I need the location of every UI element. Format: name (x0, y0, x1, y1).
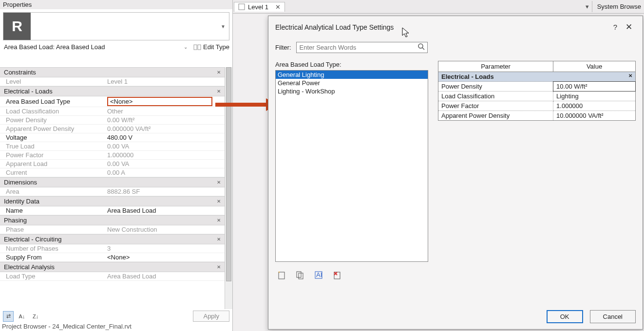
row-supply-from[interactable]: Supply From<None> (0, 253, 225, 262)
row-apparent-load: Apparent Load0.00 VA (0, 160, 225, 168)
duplicate-load-type-icon[interactable] (296, 271, 304, 281)
param-row-power-density[interactable]: Power Density10.00 W/ft² (438, 82, 636, 92)
sort-filter-icon[interactable]: ⇄ (3, 311, 14, 322)
category-identity[interactable]: Identity Data✕ (0, 196, 225, 206)
chevron-down-icon: ⌄ (181, 44, 190, 50)
svg-rect-2 (239, 4, 245, 10)
tabbar-dropdown-icon[interactable]: ▾ (583, 3, 592, 10)
row-area-based-load-type[interactable]: Area Based Load Type<None> (0, 96, 225, 107)
category-electrical-loads[interactable]: Electrical - Loads✕ (0, 86, 225, 96)
row-power-density: Power Density0.00 W/ft² (0, 116, 225, 125)
col-parameter: Parameter (438, 61, 553, 72)
edit-type-icon (193, 43, 201, 51)
list-item-general-power[interactable]: General Power (276, 79, 428, 87)
mouse-cursor-icon (402, 27, 411, 38)
svg-rect-0 (194, 45, 197, 50)
filter-label: Filter: (275, 44, 291, 51)
param-row-power-factor[interactable]: Power Factor1.000000 (438, 101, 636, 111)
category-electrical-loads[interactable]: Electrical - Loads✕ (438, 72, 636, 82)
sort-asc-icon[interactable]: A↓ (17, 311, 27, 322)
load-type-settings-dialog: Electrical Analytical Load Type Settings… (268, 16, 643, 330)
load-type-list-label: Area Based Load Type: (275, 61, 428, 70)
properties-panel: Properties R ▼ Area Based Load: Area Bas… (0, 0, 233, 331)
delete-load-type-icon[interactable] (333, 271, 341, 281)
row-name[interactable]: NameArea Based Load (0, 206, 225, 215)
svg-text:AI: AI (316, 271, 322, 278)
row-load-type: Load TypeArea Based Load (0, 272, 225, 281)
type-selector-combo[interactable]: Area Based Load: Area Based Load (3, 42, 178, 52)
param-row-load-classification[interactable]: Load ClassificationLighting (438, 92, 636, 101)
row-apparent-power-density: Apparent Power Density0.000000 VA/ft² (0, 125, 225, 133)
properties-title: Properties (0, 0, 232, 9)
svg-line-6 (422, 48, 424, 50)
view-tabbar: Level 1 ✕ ▾ System Browse (233, 0, 644, 14)
dialog-close-icon[interactable]: ✕ (622, 22, 636, 32)
param-row-apparent-power-density[interactable]: Apparent Power Density10.000000 VA/ft² (438, 111, 636, 121)
list-item-general-lighting[interactable]: General Lighting (276, 71, 428, 79)
rename-load-type-icon[interactable]: AI (314, 271, 323, 281)
category-constraints[interactable]: Constraints✕ (0, 67, 225, 77)
close-tab-icon[interactable]: ✕ (275, 3, 281, 11)
row-true-load: True Load0.00 VA (0, 142, 225, 151)
sort-desc-icon[interactable]: Z↓ (30, 311, 41, 322)
cancel-button[interactable]: Cancel (590, 310, 636, 323)
list-item-lighting-workshop[interactable]: Lighting - WorkShop (276, 87, 428, 95)
tab-level1[interactable]: Level 1 ✕ (234, 2, 285, 12)
row-voltage[interactable]: Voltage480.00 V (0, 133, 225, 142)
svg-rect-1 (198, 45, 201, 50)
category-electrical-analysis[interactable]: Electrical Analysis✕ (0, 262, 225, 272)
apply-button[interactable]: Apply (193, 311, 229, 322)
floorplan-icon (238, 3, 245, 10)
row-number-of-phases: Number of Phases3 (0, 244, 225, 253)
row-current: Current0.00 A (0, 168, 225, 177)
row-power-factor: Power Factor1.000000 (0, 151, 225, 160)
ok-button[interactable]: OK (547, 310, 583, 323)
row-level[interactable]: LevelLevel 1 (0, 77, 225, 86)
new-load-type-icon[interactable] (277, 271, 286, 281)
category-electrical-circuiting[interactable]: Electrical - Circuiting✕ (0, 234, 225, 244)
load-type-listbox[interactable]: General Lighting General Power Lighting … (275, 70, 428, 262)
edit-type-button[interactable]: Edit Type (193, 43, 229, 51)
dialog-help-icon[interactable]: ? (608, 23, 622, 31)
category-phasing[interactable]: Phasing✕ (0, 215, 225, 225)
row-load-classification: Load ClassificationOther (0, 107, 225, 116)
project-browser-title: Project Browser - 24_Medical Center_Fina… (0, 322, 133, 331)
properties-table: Constraints✕ LevelLevel 1 Electrical - L… (0, 67, 225, 312)
search-icon[interactable] (416, 43, 427, 52)
revit-logo-icon: R (3, 13, 31, 40)
type-image-selector[interactable]: R ▼ (3, 12, 229, 40)
row-phase: PhaseNew Construction (0, 225, 225, 234)
filter-input[interactable] (297, 42, 416, 53)
system-browser-panel-title[interactable]: System Browse (592, 1, 644, 12)
dialog-title: Electrical Analytical Load Type Settings (275, 23, 608, 31)
svg-rect-7 (279, 272, 284, 279)
category-dimensions[interactable]: Dimensions✕ (0, 177, 225, 187)
filter-input-box[interactable] (296, 42, 428, 53)
row-area: Area8882.86 SF (0, 187, 225, 196)
svg-point-5 (418, 44, 423, 48)
chevron-down-icon: ▼ (217, 24, 229, 29)
parameter-table: ParameterValue Electrical - Loads✕ Power… (438, 61, 636, 121)
col-value: Value (553, 61, 636, 72)
